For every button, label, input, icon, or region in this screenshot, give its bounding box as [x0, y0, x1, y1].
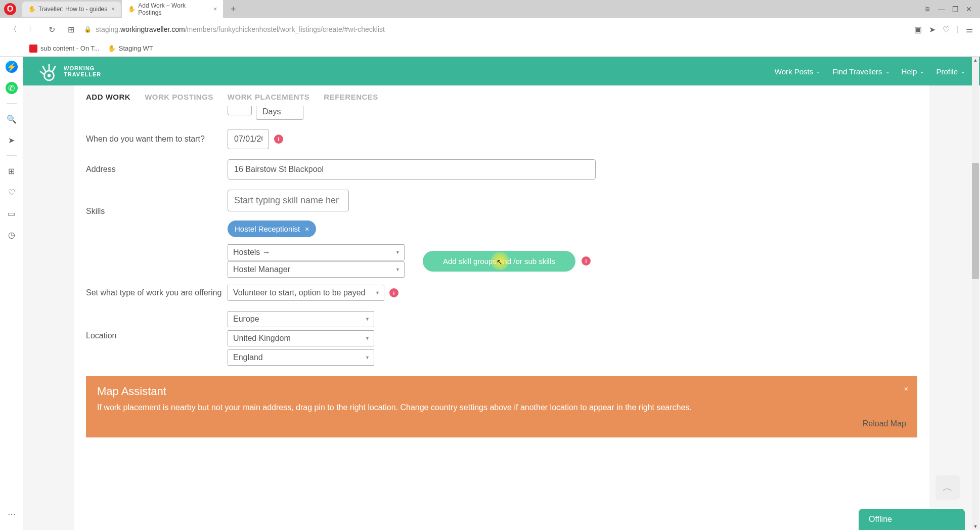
reload-button[interactable]: ↻ — [46, 23, 58, 35]
chat-widget[interactable]: Offline — [859, 509, 965, 530]
bookmark-favicon-icon — [29, 45, 37, 53]
snapshot-icon[interactable]: ▣ — [914, 25, 922, 34]
info-badge-icon[interactable]: i — [582, 256, 591, 266]
bookmark-item-1[interactable]: ✋ Staging WT — [108, 45, 153, 53]
skill-tag: Hostel Receptionist × — [228, 220, 316, 237]
scrollbar-thumb[interactable] — [972, 163, 979, 279]
sidebar-divider — [7, 155, 17, 156]
heart-icon[interactable]: ♡ — [943, 25, 950, 34]
tab-favicon-icon: ✋ — [128, 6, 135, 13]
chevron-down-icon: ⌄ — [816, 69, 820, 74]
sidebar-divider — [7, 103, 17, 104]
new-tab-button[interactable]: + — [226, 2, 240, 16]
form-row-location: Location Europe United Kingdom England — [86, 311, 917, 366]
whatsapp-icon[interactable]: ✆ — [6, 82, 18, 94]
opera-sidebar: ⚡ ✆ 🔍 ➤ ⊞ ♡ ▭ ◷ ⋯ — [0, 57, 23, 530]
back-button[interactable]: 〈 — [7, 23, 19, 35]
browser-chrome: O ✋ Traveller: How to - guides × ✋ Add W… — [0, 0, 980, 57]
chevron-down-icon: ⌄ — [961, 69, 965, 74]
main-container: WORKING TRAVELLER Work Posts⌄ Find Trave… — [23, 57, 980, 530]
continent-select[interactable]: Europe — [228, 311, 374, 327]
address-bar-actions: ▣ ➤ ♡ | ⚌ — [914, 25, 973, 34]
main-nav: Work Posts⌄ Find Travellers⌄ Help⌄ Profi… — [775, 67, 965, 76]
form-row-work-type: Set what type of work you are offering V… — [86, 285, 917, 301]
window-controls: ⚞ — ❐ ✕ — [924, 5, 976, 13]
svg-point-1 — [48, 74, 51, 77]
add-skill-button[interactable]: Add skill groups and /or sub skills ↖ — [423, 251, 575, 272]
opera-logo-icon[interactable]: O — [4, 3, 16, 15]
address-input[interactable] — [228, 159, 596, 180]
search-icon[interactable]: 🔍 — [6, 113, 18, 125]
nav-find-travellers[interactable]: Find Travellers⌄ — [832, 67, 889, 76]
address-label: Address — [86, 165, 228, 174]
close-window-icon[interactable]: ✕ — [966, 5, 972, 13]
remove-skill-icon[interactable]: × — [305, 225, 309, 233]
tabs-menu-icon[interactable]: ⚞ — [924, 5, 931, 13]
skill-search-input[interactable] — [228, 190, 349, 211]
close-tab-icon[interactable]: × — [111, 6, 115, 13]
send-sidebar-icon[interactable]: ➤ — [6, 134, 18, 146]
minimize-icon[interactable]: — — [938, 5, 945, 13]
country-select[interactable]: United Kingdom — [228, 330, 374, 346]
tab-add-work[interactable]: ADD WORK — [86, 93, 130, 101]
work-type-select[interactable]: Volunteer to start, option to be payed — [228, 285, 384, 301]
tab-work-placements[interactable]: WORK PLACEMENTS — [228, 93, 310, 101]
more-sidebar-icon[interactable]: ⋯ — [6, 508, 18, 520]
news-sidebar-icon[interactable]: ▭ — [6, 207, 18, 219]
duration-unit-select[interactable]: Days — [256, 106, 303, 120]
reload-map-link[interactable]: Reload Map — [97, 419, 906, 428]
url-bar[interactable]: 🔒 staging.workingtraveller.com/members/f… — [84, 25, 907, 33]
history-sidebar-icon[interactable]: ◷ — [6, 229, 18, 241]
browser-tab-1[interactable]: ✋ Add Work – Work Postings × — [122, 0, 223, 20]
form-row-start-date: When do you want them to start? i — [86, 129, 917, 149]
content-tabs: ADD WORK WORK POSTINGS WORK PLACEMENTS R… — [74, 85, 929, 106]
chevron-down-icon: ⌄ — [885, 69, 889, 74]
map-assistant-description: If work placement is nearby but not your… — [97, 402, 906, 413]
bookmark-label: Staging WT — [119, 45, 153, 52]
bookmark-item-0[interactable]: sub content - On T... — [29, 45, 100, 53]
start-date-label: When do you want them to start? — [86, 135, 228, 144]
speed-dial-sidebar-icon[interactable]: ⊞ — [6, 165, 18, 177]
lock-icon: 🔒 — [84, 26, 92, 33]
nav-work-posts[interactable]: Work Posts⌄ — [775, 67, 820, 76]
skills-label: Skills — [86, 190, 228, 216]
close-tab-icon[interactable]: × — [213, 6, 217, 13]
map-assistant-title: Map Assistant — [97, 385, 906, 398]
tab-work-postings[interactable]: WORK POSTINGS — [145, 93, 213, 101]
maximize-icon[interactable]: ❐ — [952, 5, 959, 13]
info-badge-icon[interactable]: i — [389, 288, 398, 297]
scroll-up-icon[interactable]: ▲ — [972, 57, 979, 64]
duration-number-input[interactable] — [228, 106, 252, 115]
bookmarks-sidebar-icon[interactable]: ♡ — [6, 186, 18, 198]
skill-subgroup-select[interactable]: Hostel Manager — [228, 261, 405, 278]
skill-group-select[interactable]: Hostels → — [228, 244, 405, 260]
info-badge-icon[interactable]: i — [274, 135, 283, 144]
close-map-assistant-icon[interactable]: × — [904, 385, 908, 393]
nav-profile[interactable]: Profile⌄ — [936, 67, 965, 76]
speed-dial-icon[interactable]: ⊞ — [65, 23, 77, 35]
start-date-input[interactable] — [228, 129, 269, 149]
wt-logo-icon — [38, 61, 60, 82]
form-row-address: Address — [86, 159, 917, 180]
svg-line-5 — [40, 71, 44, 74]
nav-help[interactable]: Help⌄ — [902, 67, 924, 76]
site-logo[interactable]: WORKING TRAVELLER — [38, 61, 101, 82]
form-area: Days When do you want them to start? i A… — [74, 106, 929, 455]
chat-status-label: Offline — [869, 515, 892, 523]
logo-text: WORKING TRAVELLER — [64, 65, 101, 77]
send-icon[interactable]: ➤ — [929, 25, 936, 34]
scroll-to-top-button[interactable]: ︿ — [936, 475, 960, 500]
site-header: WORKING TRAVELLER Work Posts⌄ Find Trave… — [23, 57, 980, 85]
tab-title: Traveller: How to - guides — [38, 6, 107, 13]
svg-line-4 — [52, 66, 55, 72]
form-row-skills: Skills Hostel Receptionist × Hostels → H… — [86, 190, 917, 278]
browser-tab-0[interactable]: ✋ Traveller: How to - guides × — [22, 2, 121, 17]
messenger-icon[interactable]: ⚡ — [6, 61, 18, 73]
easy-setup-icon[interactable]: ⚌ — [966, 25, 973, 34]
region-select[interactable]: England — [228, 349, 374, 366]
bookmark-label: sub content - On T... — [40, 45, 100, 52]
url-text: staging.workingtraveller.com/members/fun… — [96, 25, 385, 33]
scroll-down-icon[interactable]: ▼ — [972, 523, 979, 530]
scrollbar-track[interactable]: ▲ ▼ — [972, 57, 979, 530]
tab-references[interactable]: REFERENCES — [324, 93, 378, 101]
